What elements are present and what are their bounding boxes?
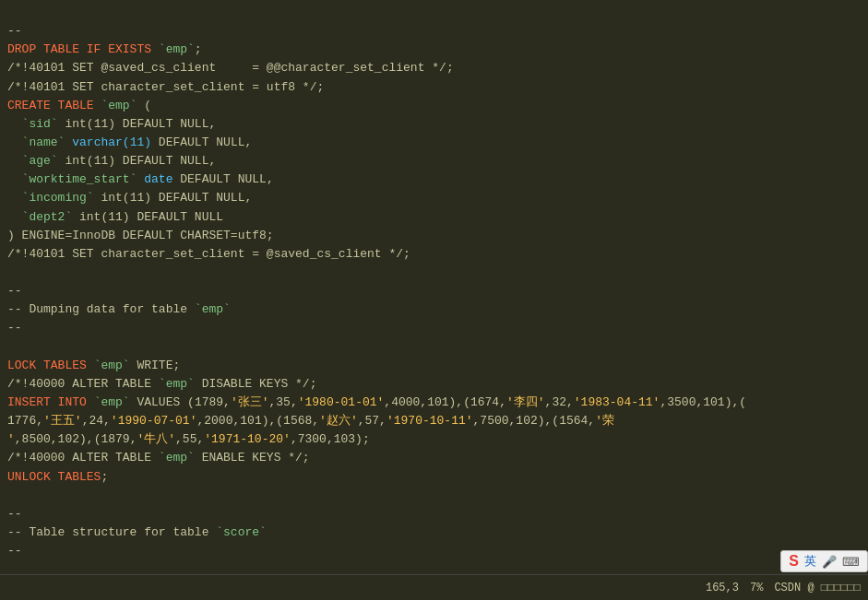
line-insert: INSERT INTO `emp` VALUES (1789,'张三',35,'… bbox=[7, 395, 746, 409]
line-dump-comment: -- Dumping data for table `emp` bbox=[7, 302, 231, 316]
line-col-dept2: `dept2` int(11) DEFAULT NULL bbox=[7, 210, 223, 224]
line-score-comment: -- Table structure for table `score` bbox=[7, 525, 267, 539]
line-directive-3: /*!40101 SET character_set_client = @sav… bbox=[7, 247, 410, 261]
status-bar: 165,3 7% CSDN @ □□□□□□ bbox=[0, 574, 868, 600]
line-comment-2: -- bbox=[7, 507, 22, 521]
editor-window: -- DROP TABLE IF EXISTS `emp`; /*!40101 … bbox=[0, 0, 868, 600]
line-directive-2: /*!40101 SET character_set_client = utf8… bbox=[7, 80, 324, 94]
scroll-percent: 7% bbox=[750, 582, 763, 594]
line-insert-3: ',8500,102),(1879,'牛八',55,'1971-10-20',7… bbox=[7, 432, 370, 446]
line-create-table: CREATE TABLE `emp` ( bbox=[7, 99, 151, 112]
cursor-position: 165,3 bbox=[706, 582, 739, 594]
ime-toolbar[interactable]: S 英 🎤 ⌨ bbox=[780, 550, 868, 572]
line-col-worktime: `worktime_start` date DEFAULT NULL, bbox=[7, 172, 274, 186]
line-col-incoming: `incoming` int(11) DEFAULT NULL, bbox=[7, 191, 252, 205]
line-directive-1: /*!40101 SET @saved_cs_client = @@charac… bbox=[7, 61, 454, 75]
line-drop-emp: DROP TABLE IF EXISTS `emp`; bbox=[7, 42, 202, 56]
ime-lang-button[interactable]: 英 bbox=[804, 553, 816, 570]
ime-mic-button[interactable]: 🎤 bbox=[822, 555, 837, 569]
line-engine: ) ENGINE=InnoDB DEFAULT CHARSET=utf8; bbox=[7, 229, 274, 242]
status-right: 165,3 7% CSDN @ □□□□□□ bbox=[706, 582, 861, 594]
code-content[interactable]: -- DROP TABLE IF EXISTS `emp`; /*!40101 … bbox=[0, 0, 868, 600]
line-comment-1: -- bbox=[7, 24, 22, 38]
ime-keyboard-button[interactable]: ⌨ bbox=[842, 555, 860, 569]
line-disable-keys: /*!40000 ALTER TABLE `emp` DISABLE KEYS … bbox=[7, 377, 316, 391]
ime-s-logo: S bbox=[789, 553, 799, 570]
line-col-sid: `sid` int(11) DEFAULT NULL, bbox=[7, 117, 216, 131]
line-comment-3: -- bbox=[7, 544, 22, 558]
line-lock: LOCK TABLES `emp` WRITE; bbox=[7, 359, 180, 372]
csdn-watermark: CSDN @ □□□□□□ bbox=[774, 582, 861, 594]
line-insert-2: 1776,'王五',24,'1990-07-01',2000,101),(156… bbox=[7, 414, 614, 428]
line-comment-dash: -- bbox=[7, 321, 22, 335]
line-unlock: UNLOCK TABLES; bbox=[7, 470, 108, 484]
line-empty-1: -- bbox=[7, 284, 22, 298]
line-col-age: `age` int(11) DEFAULT NULL, bbox=[7, 154, 216, 168]
line-enable-keys: /*!40000 ALTER TABLE `emp` ENABLE KEYS *… bbox=[7, 451, 310, 465]
line-col-name: `name` varchar(11) DEFAULT NULL, bbox=[7, 135, 252, 149]
